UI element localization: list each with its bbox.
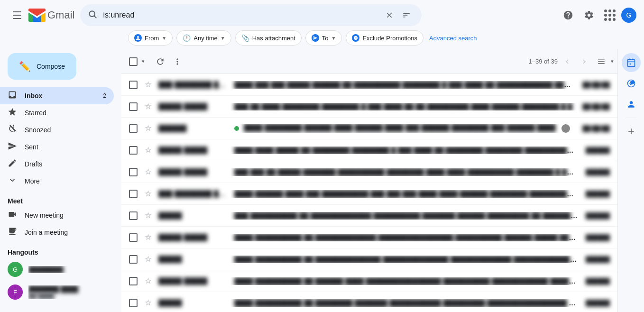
sent-label: Sent — [25, 143, 106, 151]
select-all-checkbox[interactable] — [129, 57, 138, 66]
email-sender: █████ █████ — [155, 147, 230, 154]
select-dropdown-arrow[interactable]: ▾ — [138, 57, 148, 66]
star-button[interactable]: ☆ — [141, 78, 155, 92]
advanced-search-link[interactable]: Advanced search — [427, 32, 478, 45]
row-checkbox[interactable] — [129, 211, 138, 220]
row-checkbox[interactable] — [129, 255, 138, 264]
table-row[interactable]: ☆ ██████ ████ ████████ ██████ ████ █████… — [121, 118, 617, 139]
star-button[interactable]: ☆ — [141, 231, 155, 244]
top-bar: Gmail — [0, 0, 644, 30]
inbox-label: Inbox — [25, 92, 95, 100]
search-clear-button[interactable] — [382, 8, 397, 23]
meet-header: Meet — [0, 193, 121, 207]
email-sender: █████ █████ — [155, 103, 230, 110]
row-checkbox[interactable] — [129, 124, 138, 133]
table-row[interactable]: ☆ ███ ████████ ███ ████ ███ ███ █████ ██… — [121, 74, 617, 96]
filter-bar: From ▼ 🕐 Any time ▼ 📎 Has attachment To … — [0, 30, 644, 49]
search-options-button[interactable] — [399, 8, 414, 23]
email-sender: █████ — [155, 212, 230, 220]
density-button[interactable] — [594, 54, 609, 69]
table-row[interactable]: ☆ █████ ████ ██████████ ██ ████████ ████… — [121, 292, 617, 312]
star-button[interactable]: ☆ — [141, 165, 155, 179]
sidebar-item-sent[interactable]: Sent — [0, 138, 114, 156]
table-row[interactable]: ☆ █████ █████ ███ ███ ██ █████ ███████ █… — [121, 161, 617, 183]
sidebar-item-inbox[interactable]: Inbox 2 — [0, 87, 114, 104]
table-row[interactable]: ☆ █████ ████ ██████████ ██ █████████████… — [121, 248, 617, 270]
next-page-button[interactable] — [577, 54, 592, 69]
menu-button[interactable] — [8, 6, 27, 25]
prev-page-button[interactable] — [560, 54, 575, 69]
svg-line-1 — [94, 16, 97, 18]
star-button[interactable]: ☆ — [141, 100, 155, 113]
email-sender: █████ — [155, 256, 230, 263]
email-date: ██████ — [582, 278, 614, 284]
exclude-promotions-chip[interactable]: Exclude Promotions — [346, 30, 423, 46]
refresh-button[interactable] — [152, 53, 169, 70]
new-meeting-icon — [8, 210, 17, 221]
star-button[interactable]: ☆ — [141, 209, 155, 222]
email-date: ██████ — [582, 212, 614, 219]
table-row[interactable]: ☆ █████ █████ ███ ██ ████ ████████ █████… — [121, 96, 617, 118]
add-panel-button[interactable] — [622, 122, 641, 141]
email-date: ██████ — [582, 234, 614, 241]
google-apps-button[interactable] — [600, 6, 619, 25]
table-row[interactable]: ☆ █████ █████ ████ ██████████ ██ ██████ … — [121, 270, 617, 292]
starred-icon — [8, 107, 17, 119]
right-panel — [617, 49, 644, 312]
star-button[interactable]: ☆ — [141, 253, 155, 266]
help-button[interactable] — [559, 6, 578, 25]
table-row[interactable]: ☆ █████ █████ ████ ████ █████ ██ ███████… — [121, 139, 617, 161]
row-checkbox[interactable] — [129, 146, 138, 155]
snoozed-label: Snoozed — [25, 126, 106, 134]
star-button[interactable]: ☆ — [141, 275, 155, 288]
anytime-chip-arrow: ▼ — [221, 36, 225, 41]
row-checkbox[interactable] — [129, 190, 138, 198]
email-sender: ██████ — [155, 125, 230, 132]
hangout-item-1[interactable]: G ████████ — [0, 258, 114, 281]
sidebar-item-new-meeting[interactable]: New meeting — [0, 207, 114, 224]
sidebar-item-drafts[interactable]: Drafts — [0, 156, 114, 173]
table-row[interactable]: ☆ ███ ████████ ███ ████ ██████ ████ ███ … — [121, 183, 617, 205]
compose-button[interactable]: ✏️ Compose — [8, 53, 76, 80]
hangout-item-2[interactable]: F ███████ ████ ██ ████ — [0, 281, 114, 303]
row-checkbox[interactable] — [129, 233, 138, 242]
to-filter-chip[interactable]: To ▼ — [305, 30, 342, 46]
contacts-panel-button[interactable] — [622, 95, 641, 114]
star-button[interactable]: ☆ — [141, 122, 155, 135]
email-sender: █████ █████ — [155, 277, 230, 285]
row-checkbox[interactable] — [129, 168, 138, 176]
star-button[interactable]: ☆ — [141, 187, 155, 201]
star-button[interactable]: ☆ — [141, 144, 155, 157]
calendar-panel-button[interactable] — [622, 53, 641, 72]
settings-button[interactable] — [580, 6, 598, 25]
sidebar-item-more[interactable]: More — [0, 173, 114, 190]
search-input[interactable] — [103, 11, 382, 19]
attachment-filter-label: Has attachment — [252, 35, 295, 42]
sidebar-item-snoozed[interactable]: Snoozed — [0, 121, 114, 138]
from-filter-chip[interactable]: From ▼ — [128, 30, 173, 46]
account-avatar[interactable]: G — [621, 8, 636, 23]
row-checkbox[interactable] — [129, 102, 138, 111]
tasks-panel-button[interactable] — [622, 74, 641, 93]
row-checkbox[interactable] — [129, 299, 138, 307]
snoozed-icon — [8, 124, 17, 136]
more-label: More — [25, 177, 106, 185]
right-panel-divider — [626, 118, 637, 118]
star-button[interactable]: ☆ — [141, 296, 155, 310]
more-toolbar-button[interactable] — [169, 53, 186, 70]
table-row[interactable]: ☆ █████ ███ ██████████ ██ █████████████ … — [121, 205, 617, 227]
more-icon — [8, 175, 17, 187]
email-date: ██████ — [582, 300, 614, 306]
email-sender: ███ ████████ ███ — [155, 190, 230, 198]
anytime-filter-chip[interactable]: 🕐 Any time ▼ — [176, 30, 231, 46]
attachment-filter-chip[interactable]: 📎 Has attachment — [235, 30, 302, 46]
email-date: ██/██/██ — [579, 125, 614, 132]
table-row[interactable]: ☆ █████ █████ ████ ██████████ ██ ███████… — [121, 227, 617, 248]
row-checkbox[interactable] — [129, 81, 138, 89]
compose-icon: ✏️ — [19, 61, 31, 72]
email-subject-snippet: ████ ██████████ ██ ██████████████ ██████… — [230, 256, 582, 263]
sidebar-item-starred[interactable]: Starred — [0, 104, 114, 121]
pagination-info: 1–39 of 39 ▾ — [529, 54, 614, 69]
row-checkbox[interactable] — [129, 277, 138, 285]
sidebar-item-join-meeting[interactable]: Join a meeting — [0, 224, 114, 241]
